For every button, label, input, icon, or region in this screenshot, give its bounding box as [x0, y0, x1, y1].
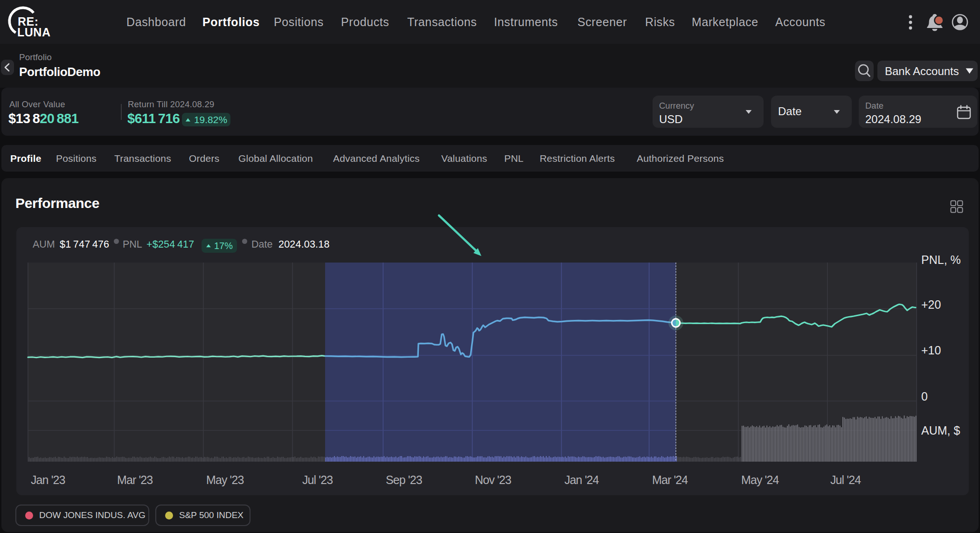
svg-text:LUNA: LUNA: [17, 26, 50, 39]
